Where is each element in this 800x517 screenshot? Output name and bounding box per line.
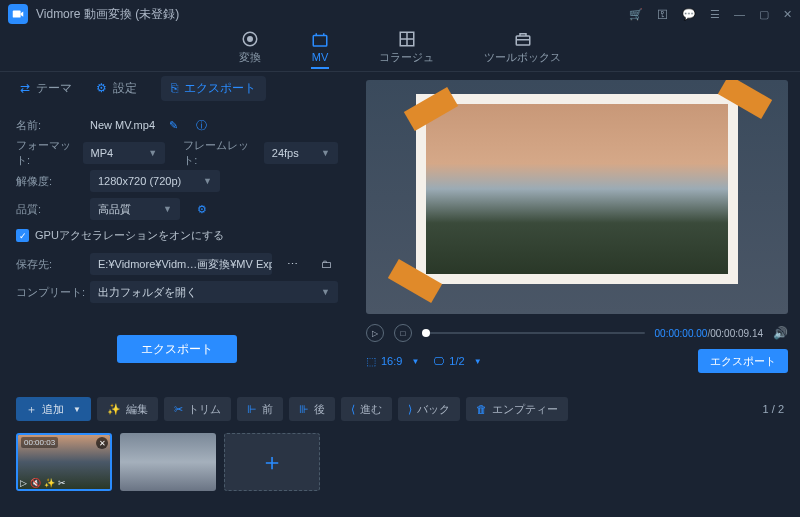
- scrub-bar[interactable]: [422, 332, 645, 334]
- after-button[interactable]: ⊪後: [289, 397, 335, 421]
- tab-toolbox[interactable]: ツールボックス: [484, 30, 561, 69]
- svg-rect-3: [313, 35, 327, 46]
- save-path-label: 保存先:: [16, 257, 90, 272]
- format-label: フォーマット:: [16, 138, 83, 168]
- edit-name-icon[interactable]: ✎: [163, 115, 183, 135]
- tab-collage-label: コラージュ: [379, 50, 434, 65]
- tab-convert[interactable]: 変換: [239, 30, 261, 69]
- app-logo: [8, 4, 28, 24]
- clip-duration-label: 00:00:03: [21, 437, 58, 448]
- clip-effects-icon[interactable]: ✨: [44, 478, 55, 488]
- resolution-select[interactable]: 1280x720 (720p)▼: [90, 170, 220, 192]
- chat-icon[interactable]: 💬: [682, 8, 696, 21]
- name-label: 名前:: [16, 118, 90, 133]
- add-clip-button[interactable]: ＋: [224, 433, 320, 491]
- minimize-button[interactable]: —: [734, 8, 745, 21]
- quality-label: 品質:: [16, 202, 90, 217]
- tab-mv[interactable]: MV: [311, 31, 329, 69]
- framerate-select[interactable]: 24fps▼: [264, 142, 338, 164]
- svg-rect-0: [13, 11, 21, 18]
- svg-point-2: [248, 37, 253, 42]
- tab-collage[interactable]: コラージュ: [379, 30, 434, 69]
- format-select[interactable]: MP4▼: [83, 142, 166, 164]
- page-indicator: 1 / 2: [763, 403, 784, 415]
- browse-path-button[interactable]: ⋯: [278, 258, 308, 271]
- resolution-label: 解像度:: [16, 174, 90, 189]
- cart-icon[interactable]: 🛒: [629, 8, 643, 21]
- menu-icon[interactable]: ☰: [710, 8, 720, 21]
- subtab-theme[interactable]: ⇄テーマ: [20, 80, 72, 97]
- open-folder-icon[interactable]: 🗀: [314, 253, 338, 275]
- tab-mv-label: MV: [312, 51, 329, 63]
- preview-area: ＋ ＋: [366, 80, 788, 314]
- clip-thumbnail[interactable]: 00:00:03 ✕ ▷ 🔇 ✨ ✂: [16, 433, 112, 491]
- add-button[interactable]: ＋追加▼: [16, 397, 91, 421]
- display-page-select[interactable]: 🖵1/2▼: [433, 355, 481, 367]
- key-icon[interactable]: ⚿: [657, 8, 668, 21]
- export-button[interactable]: エクスポート: [117, 335, 237, 363]
- tab-convert-label: 変換: [239, 50, 261, 65]
- app-title: Vidmore 動画変換 (未登録): [36, 6, 629, 23]
- volume-icon[interactable]: 🔊: [773, 326, 788, 340]
- export-button-preview[interactable]: エクスポート: [698, 349, 788, 373]
- clip-play-icon[interactable]: ▷: [20, 478, 27, 488]
- gpu-accel-label: GPUアクセラレーションをオンにする: [35, 228, 224, 243]
- aspect-ratio-select[interactable]: ⬚16:9▼: [366, 355, 419, 368]
- complete-select[interactable]: 出力フォルダを開く▼: [90, 281, 338, 303]
- info-icon[interactable]: ⓘ: [191, 115, 211, 135]
- close-button[interactable]: ✕: [783, 8, 792, 21]
- trim-button[interactable]: ✂トリム: [164, 397, 231, 421]
- subtab-export[interactable]: ⎘エクスポート: [161, 76, 266, 101]
- clip-remove-icon[interactable]: ✕: [96, 437, 108, 449]
- maximize-button[interactable]: ▢: [759, 8, 769, 21]
- stop-button[interactable]: □: [394, 324, 412, 342]
- time-display: 00:00:00.00/00:00:09.14: [655, 328, 763, 339]
- quality-settings-icon[interactable]: ⚙: [192, 199, 212, 219]
- name-value: New MV.mp4: [90, 119, 155, 131]
- clip-thumbnail[interactable]: [120, 433, 216, 491]
- edit-button[interactable]: ✨編集: [97, 397, 158, 421]
- empty-button[interactable]: 🗑エンプティー: [466, 397, 568, 421]
- subtab-settings[interactable]: ⚙設定: [96, 80, 137, 97]
- tab-toolbox-label: ツールボックス: [484, 50, 561, 65]
- before-button[interactable]: ⊩前: [237, 397, 283, 421]
- complete-label: コンプリート:: [16, 285, 90, 300]
- play-button[interactable]: ▷: [366, 324, 384, 342]
- framerate-label: フレームレット:: [183, 138, 254, 168]
- save-path-value: E:¥Vidmore¥Vidm…画変換¥MV Exported: [90, 253, 272, 275]
- clip-cut-icon[interactable]: ✂: [58, 478, 66, 488]
- quality-select[interactable]: 高品質▼: [90, 198, 180, 220]
- clip-mute-icon[interactable]: 🔇: [30, 478, 41, 488]
- forward-button[interactable]: ⟨進む: [341, 397, 392, 421]
- gpu-accel-checkbox[interactable]: ✓: [16, 229, 29, 242]
- back-button[interactable]: ⟩バック: [398, 397, 460, 421]
